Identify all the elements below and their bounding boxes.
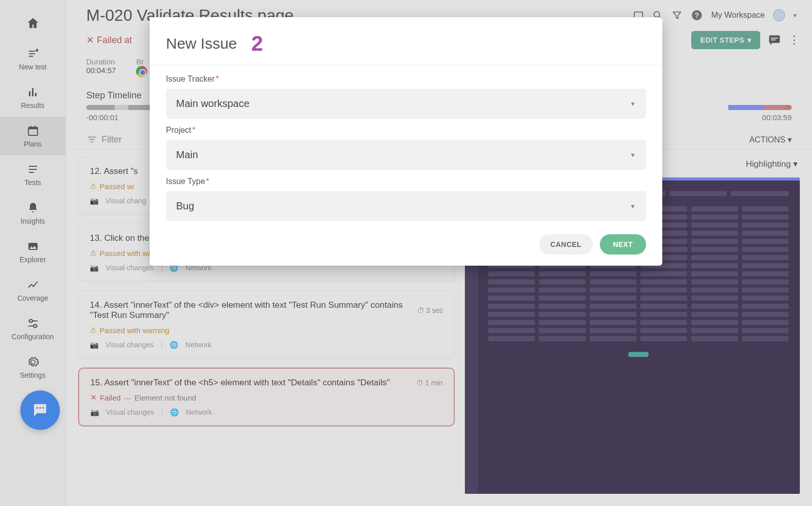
tracker-label: Issue Tracker* bbox=[166, 75, 646, 84]
step-badge: 2 bbox=[251, 31, 263, 56]
project-value: Main bbox=[176, 149, 198, 161]
modal-actions: CANCEL NEXT bbox=[166, 234, 646, 255]
chevron-down-icon: ▼ bbox=[630, 203, 636, 210]
project-label: Project* bbox=[166, 126, 646, 135]
issue-type-select[interactable]: Bug ▼ bbox=[166, 191, 646, 221]
modal-title-row: New Issue 2 bbox=[166, 31, 646, 65]
chevron-down-icon: ▼ bbox=[630, 152, 636, 159]
issue-type-value: Bug bbox=[176, 200, 194, 212]
next-button[interactable]: NEXT bbox=[600, 234, 646, 255]
tracker-select[interactable]: Main workspace ▼ bbox=[166, 89, 646, 119]
modal-title: New Issue bbox=[166, 35, 237, 52]
new-issue-modal: New Issue 2 Issue Tracker* Main workspac… bbox=[150, 17, 662, 266]
cancel-button[interactable]: CANCEL bbox=[539, 234, 592, 255]
tracker-value: Main workspace bbox=[176, 98, 250, 110]
project-select[interactable]: Main ▼ bbox=[166, 140, 646, 170]
chevron-down-icon: ▼ bbox=[630, 100, 636, 107]
issue-type-label: Issue Type* bbox=[166, 177, 646, 186]
